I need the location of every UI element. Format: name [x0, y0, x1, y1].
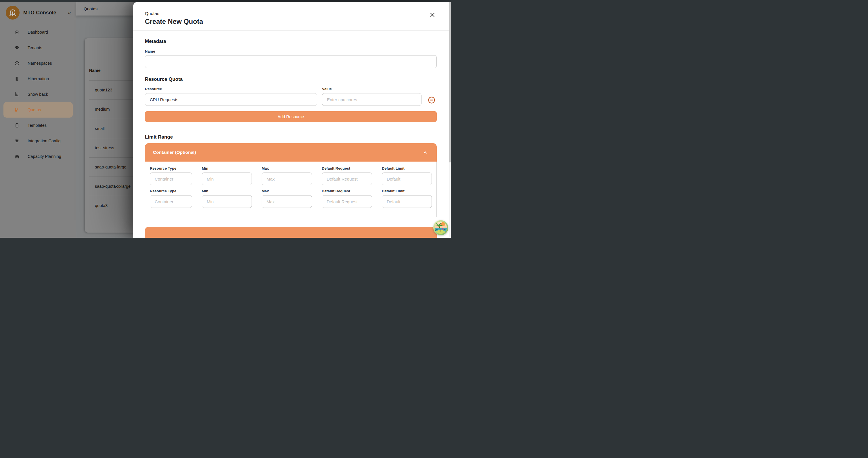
chevron-up-icon: [422, 149, 429, 156]
create-quota-modal: Quotas Create New Quota Metadata Name Re…: [133, 2, 451, 238]
default-request-input[interactable]: [322, 195, 372, 208]
resource-input[interactable]: [145, 93, 317, 106]
resource-quota-row: Resource Value: [145, 87, 437, 106]
sidebar-item-label: Tenants: [28, 45, 42, 50]
sidebar-item-label: Show back: [28, 92, 48, 97]
value-field-label: Value: [322, 87, 422, 91]
default-limit-label: Default Limit: [382, 166, 432, 171]
modal-title: Create New Quota: [145, 18, 451, 26]
sidebar-item-showback[interactable]: Show back: [3, 87, 73, 102]
warehouse-icon: [14, 154, 20, 159]
modal-body: Metadata Name Resource Quota Resource Va…: [133, 38, 451, 238]
sidebar-item-label: Namespaces: [28, 61, 52, 66]
users-icon: [14, 45, 20, 50]
container-section-card: Resource Type Min Max Default Request: [145, 161, 437, 217]
sidebar-collapse-button[interactable]: «: [67, 9, 72, 16]
max-input[interactable]: [261, 173, 312, 185]
breadcrumb: Quotas: [145, 11, 451, 16]
default-limit-input[interactable]: [382, 195, 432, 208]
resource-type-input[interactable]: [150, 173, 192, 185]
name-input[interactable]: [145, 55, 437, 68]
min-label: Min: [202, 189, 252, 193]
limit-range-row: Resource Type Min Max Default Request: [150, 189, 432, 208]
route-icon: [14, 107, 20, 113]
chart-icon: [14, 92, 20, 97]
sidebar-item-hibernation[interactable]: Hibernation: [3, 71, 73, 87]
browser-top-bar: [0, 0, 451, 2]
name-field-label: Name: [145, 49, 437, 54]
sidebar-item-label: Dashboard: [28, 30, 48, 34]
default-limit-input[interactable]: [382, 173, 432, 185]
sidebar-item-label: Hibernation: [28, 77, 49, 81]
modal-scrollbar: [449, 2, 451, 238]
limit-range-row: Resource Type Min Max Default Request: [150, 166, 432, 185]
sidebar-item-label: Integration Config: [28, 139, 60, 143]
default-request-label: Default Request: [322, 189, 372, 193]
resource-field-label: Resource: [145, 87, 317, 91]
max-label: Max: [261, 166, 312, 171]
sidebar-item-dashboard[interactable]: Dashboard: [3, 25, 73, 40]
gear-icon: [14, 138, 20, 144]
max-label: Max: [261, 189, 312, 193]
tropical-island-badge[interactable]: [433, 220, 448, 235]
collapsed-section-header[interactable]: [145, 227, 437, 238]
sidebar-item-label: Quotas: [28, 108, 41, 112]
min-label: Min: [202, 166, 252, 171]
add-resource-button[interactable]: Add Resource: [145, 111, 437, 122]
close-icon[interactable]: [429, 11, 436, 19]
default-limit-label: Default Limit: [382, 189, 432, 193]
min-input[interactable]: [202, 173, 252, 185]
resource-type-label: Resource Type: [150, 189, 192, 193]
modal-header: Quotas Create New Quota: [133, 2, 451, 26]
sidebar-brand: MTO Console «: [0, 2, 76, 20]
clipboard-icon: [14, 123, 20, 128]
sidebar-item-capacity-planning[interactable]: Capacity Planning: [3, 149, 73, 164]
sidebar-item-integration-config[interactable]: Integration Config: [3, 133, 73, 149]
app-root: MTO Console « Dashboard Tenants: [0, 0, 451, 238]
sidebar-item-label: Capacity Planning: [28, 154, 61, 159]
mto-logo-icon: [6, 6, 20, 20]
sidebar-item-tenants[interactable]: Tenants: [3, 40, 73, 56]
resource-quota-heading: Resource Quota: [145, 77, 437, 82]
table-column-header-name: Name: [89, 68, 101, 73]
sidebar-item-templates[interactable]: Templates: [3, 118, 73, 133]
metadata-heading: Metadata: [145, 38, 437, 44]
cube-icon: [14, 61, 20, 66]
app-title: MTO Console: [23, 10, 56, 16]
default-request-label: Default Request: [322, 166, 372, 171]
value-input[interactable]: [322, 93, 422, 106]
home-icon: [14, 30, 20, 35]
container-section-header[interactable]: Container (Optional): [145, 143, 437, 161]
min-input[interactable]: [202, 195, 252, 208]
default-request-input[interactable]: [322, 173, 372, 185]
scrollbar-thumb[interactable]: [449, 2, 451, 162]
resource-type-input[interactable]: [150, 195, 192, 208]
minus-circle-icon[interactable]: [428, 96, 436, 104]
sidebar-item-quotas[interactable]: Quotas: [3, 102, 73, 118]
sidebar-item-namespaces[interactable]: Namespaces: [3, 56, 73, 71]
max-input[interactable]: [261, 195, 312, 208]
tab-quotas[interactable]: Quotas: [76, 2, 97, 16]
container-section-title: Container (Optional): [153, 150, 196, 155]
limit-range-heading: Limit Range: [145, 134, 437, 140]
pause-icon: [14, 76, 20, 81]
page-tab-bar: Quotas: [76, 2, 133, 16]
sidebar: MTO Console « Dashboard Tenants: [0, 2, 76, 238]
sidebar-nav: Dashboard Tenants Namespaces: [0, 25, 76, 164]
resource-type-label: Resource Type: [150, 166, 192, 171]
sidebar-item-label: Templates: [28, 123, 46, 128]
